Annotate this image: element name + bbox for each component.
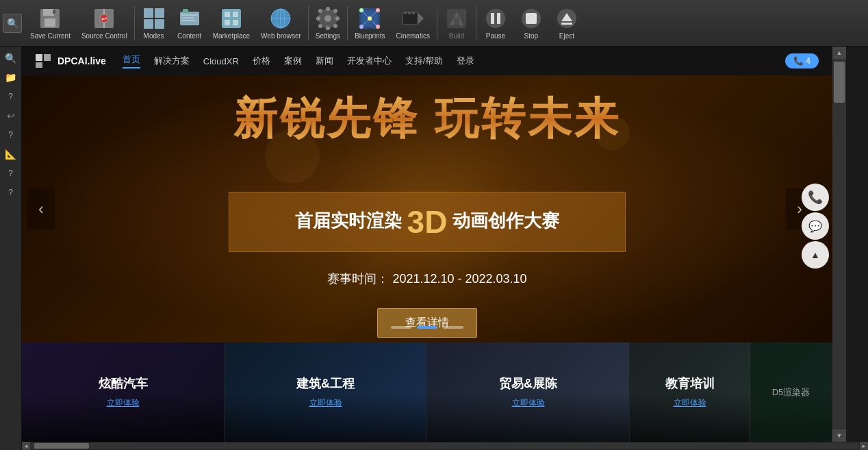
- stop-label: Stop: [524, 32, 539, 40]
- date-value: 2021.12.10 - 2022.03.10: [392, 272, 526, 286]
- modes-icon: [142, 6, 166, 31]
- toolbar: 🔍 Save Current ↩ Source Control: [0, 0, 868, 47]
- nav-login[interactable]: 登录: [457, 55, 474, 67]
- scroll-left-button[interactable]: ◄: [22, 442, 30, 450]
- svg-rect-20: [233, 12, 238, 17]
- settings-button[interactable]: Settings: [310, 3, 346, 44]
- svg-point-35: [333, 9, 337, 13]
- svg-rect-63: [36, 54, 42, 61]
- svg-point-30: [326, 26, 330, 30]
- scroll-thumb-v[interactable]: [834, 62, 845, 103]
- separator-2: [308, 6, 309, 40]
- sidebar-undo-icon[interactable]: ↩: [2, 107, 20, 125]
- build-icon: [444, 6, 469, 31]
- nav-pricing[interactable]: 价格: [253, 55, 270, 67]
- scroll-right-button[interactable]: ►: [860, 442, 868, 450]
- eject-icon: [554, 6, 579, 31]
- card-trade-link[interactable]: 立即体验: [512, 397, 545, 409]
- nav-support[interactable]: 支持/帮助: [405, 55, 444, 67]
- search-box[interactable]: 🔍: [3, 14, 22, 33]
- svg-rect-56: [491, 13, 494, 24]
- float-totop-button[interactable]: ▲: [802, 241, 829, 268]
- web-browser-icon: [268, 6, 293, 31]
- source-control-label: Source Control: [81, 32, 127, 40]
- eject-label: Eject: [559, 32, 574, 40]
- sidebar-folder-icon[interactable]: 📁: [2, 68, 20, 86]
- separator-4: [437, 6, 437, 40]
- hero-subtitle-box: 首届实时渲染 3D 动画创作大赛: [229, 192, 626, 252]
- nav-home[interactable]: 首页: [123, 53, 140, 68]
- svg-rect-11: [144, 19, 153, 29]
- svg-rect-12: [155, 19, 164, 29]
- card-education-link[interactable]: 立即体验: [674, 397, 706, 409]
- svg-rect-50: [408, 12, 411, 14]
- pause-button[interactable]: Pause: [478, 3, 513, 44]
- card-architecture-title: 建筑&工程: [296, 375, 355, 392]
- save-current-icon: [38, 6, 62, 31]
- carousel-dot-2[interactable]: [417, 326, 437, 329]
- scroll-down-button[interactable]: ▼: [832, 429, 846, 442]
- svg-point-42: [376, 8, 380, 12]
- site-header: DPCAI.live 首页 解决方案 CloudXR 价格 案例 新闻 开发者中…: [22, 47, 832, 75]
- modes-label: Modes: [144, 32, 164, 40]
- float-wechat-button[interactable]: 💬: [802, 212, 829, 240]
- source-control-button[interactable]: ↩ Source Control: [76, 3, 133, 44]
- site-phone[interactable]: 📞 4: [785, 53, 819, 68]
- nav-news[interactable]: 新闻: [316, 55, 333, 67]
- nav-devcenter[interactable]: 开发者中心: [347, 55, 392, 67]
- card-trade[interactable]: 贸易&展陈 立即体验: [427, 342, 630, 442]
- save-current-button[interactable]: Save Current: [25, 3, 76, 44]
- build-button[interactable]: Build: [439, 3, 474, 44]
- svg-point-32: [335, 16, 340, 21]
- float-phone-button[interactable]: 📞: [802, 184, 829, 211]
- browser-frame: DPCAI.live 首页 解决方案 CloudXR 价格 案例 新闻 开发者中…: [22, 47, 846, 442]
- nav-cloudxr[interactable]: CloudXR: [203, 56, 239, 66]
- left-sidebar: 🔍 📁 ? ↩ ? 📐 ? ?: [0, 47, 22, 450]
- scroll-track-h[interactable]: [31, 443, 858, 449]
- build-label: Build: [449, 32, 464, 40]
- content-button[interactable]: Content: [172, 3, 207, 44]
- nav-cases[interactable]: 案例: [284, 55, 302, 67]
- svg-rect-48: [403, 13, 417, 24]
- card-architecture-link[interactable]: 立即体验: [309, 397, 342, 409]
- svg-marker-47: [418, 13, 424, 24]
- card-trade-content: 贸易&展陈 立即体验: [427, 342, 629, 442]
- sidebar-info-icon[interactable]: ?: [2, 126, 20, 144]
- card-cars[interactable]: 炫酷汽车 立即体验: [22, 342, 225, 442]
- card-architecture[interactable]: 建筑&工程 立即体验: [225, 342, 427, 442]
- stop-icon: [519, 6, 544, 31]
- hero-banner: 新锐先锋 玩转未来 首届实时渲染 3D 动画创作大赛 赛事时间： 2021.12…: [22, 75, 832, 342]
- contest-3d: 3D: [407, 204, 448, 240]
- scroll-up-button[interactable]: ▲: [832, 47, 846, 59]
- svg-rect-16: [181, 17, 194, 18]
- eject-button[interactable]: Eject: [549, 3, 585, 44]
- svg-point-33: [318, 9, 322, 13]
- svg-rect-19: [225, 12, 230, 17]
- web-browser-button[interactable]: Web browser: [255, 3, 307, 44]
- stop-button[interactable]: Stop: [513, 3, 549, 44]
- sidebar-help-icon[interactable]: ?: [2, 88, 20, 105]
- sidebar-misc2-icon[interactable]: ?: [2, 184, 20, 201]
- sidebar-misc1-icon[interactable]: ?: [2, 164, 20, 182]
- hero-cta-button[interactable]: 查看详情: [377, 308, 477, 338]
- nav-solutions[interactable]: 解决方案: [154, 55, 190, 67]
- svg-rect-64: [44, 54, 51, 61]
- marketplace-button[interactable]: Marketplace: [207, 3, 255, 44]
- scroll-thumb-h[interactable]: [34, 443, 89, 449]
- modes-button[interactable]: Modes: [136, 3, 172, 44]
- carousel-dot-3[interactable]: [443, 326, 463, 329]
- svg-text:↩: ↩: [101, 15, 107, 23]
- card-education[interactable]: D5渲染器 教育培训 立即体验: [630, 342, 832, 442]
- sidebar-tools-icon[interactable]: 📐: [2, 145, 20, 163]
- card-education-content: 教育培训 立即体验: [630, 342, 750, 442]
- sidebar-search-icon[interactable]: 🔍: [2, 49, 20, 67]
- cinematics-button[interactable]: Cinematics: [390, 3, 435, 44]
- web-browser-label: Web browser: [261, 32, 301, 40]
- carousel-dot-1[interactable]: [391, 326, 411, 329]
- card-cars-link[interactable]: 立即体验: [107, 397, 140, 409]
- carousel-prev-button[interactable]: ‹: [27, 188, 55, 229]
- hero-title: 新锐先锋 玩转未来: [22, 89, 832, 149]
- scroll-track-v[interactable]: [832, 59, 846, 429]
- separator-5: [476, 6, 476, 40]
- blueprints-button[interactable]: Blueprints: [349, 3, 390, 44]
